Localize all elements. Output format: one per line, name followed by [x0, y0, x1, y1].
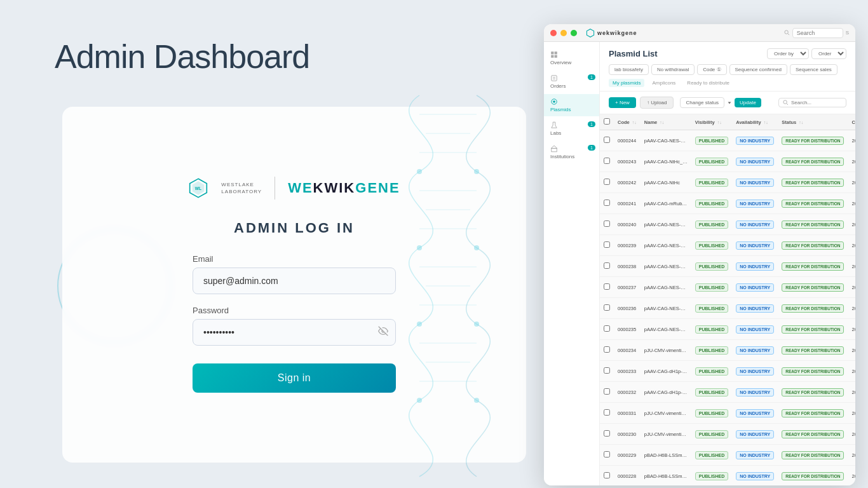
sidebar-item-plasmids[interactable]: Plasmids: [544, 94, 599, 116]
login-title: ADMIN LOG IN: [234, 220, 355, 236]
update-button[interactable]: Update: [735, 98, 761, 107]
filter-tab-withdrawal[interactable]: No withdrawal: [651, 64, 695, 75]
cell-date: 2023/02/23: [848, 319, 855, 340]
email-group: Email: [193, 254, 396, 294]
row-checkbox[interactable]: [604, 430, 610, 437]
titlebar-search-input[interactable]: [792, 28, 843, 38]
sidebar-orders-label: Orders: [550, 83, 566, 89]
cell-name: pAAV-CAG-NES-FSCAMY7: [641, 277, 691, 298]
row-checkbox[interactable]: [604, 346, 610, 353]
new-button[interactable]: + New: [609, 97, 636, 108]
row-checkbox[interactable]: [604, 179, 610, 185]
sub-filter-amplicons[interactable]: Amplicons: [648, 79, 679, 87]
sidebar-item-orders[interactable]: Orders 1: [544, 71, 599, 93]
titlebar-close-dot[interactable]: [550, 30, 557, 36]
row-checkbox[interactable]: [604, 137, 610, 143]
email-label: Email: [193, 254, 396, 264]
titlebar-minimize-dot[interactable]: [560, 30, 567, 36]
svg-line-40: [787, 104, 788, 105]
cell-availability: NO INDUSTRY: [732, 424, 778, 445]
row-checkbox[interactable]: [604, 241, 610, 248]
table-row: 0000331 pJU-CMV-vimentin-LSSmScarlet3 PU…: [600, 403, 855, 424]
sign-in-button[interactable]: Sign in: [193, 363, 396, 393]
cell-code: 0000229: [614, 445, 641, 466]
labs-badge: 1: [588, 121, 595, 127]
change-status-button[interactable]: Change status: [680, 97, 724, 108]
cell-name: pAAV-CAG-dH1p-LSSmScarlet2: [641, 382, 691, 403]
cell-date: 2023/02/23: [848, 340, 855, 361]
sidebar-item-labs[interactable]: Labs 1: [544, 118, 599, 140]
row-checkbox[interactable]: [604, 367, 610, 374]
upload-button[interactable]: ↑ Upload: [640, 97, 674, 109]
cell-name: pBAD-H6B-LSSmScarlet2: [641, 466, 691, 486]
westlake-label: WESTLAKELABORATORY: [221, 181, 262, 195]
row-checkbox[interactable]: [604, 409, 610, 416]
cell-availability: NO INDUSTRY: [732, 403, 778, 424]
order-select[interactable]: Order: [811, 48, 846, 59]
cell-date: 2023/02/23: [848, 298, 855, 319]
change-status-chevron: [727, 100, 732, 105]
cell-code: 0000233: [614, 361, 641, 382]
cell-code: 0000244: [614, 130, 641, 151]
cell-status: READY FOR DISTRIBUTION: [778, 151, 848, 172]
col-code[interactable]: Code ↑↓: [614, 114, 641, 130]
password-field[interactable]: [193, 319, 396, 346]
row-checkbox[interactable]: [604, 283, 610, 290]
svg-rect-36: [552, 148, 557, 151]
row-checkbox[interactable]: [604, 304, 610, 311]
order-by-select[interactable]: Order by: [767, 48, 809, 59]
sidebar-plasmids-label: Plasmids: [550, 107, 571, 112]
cell-date: 2023/02/23: [848, 256, 855, 277]
table-search-input[interactable]: [791, 100, 842, 105]
cell-visibility: PUBLISHED: [691, 172, 732, 193]
titlebar-brand: wekwikgene: [586, 29, 637, 37]
sub-filter-my-plasmids[interactable]: My plasmids: [609, 79, 644, 87]
cell-code: 0000234: [614, 340, 641, 361]
row-checkbox[interactable]: [604, 472, 610, 478]
content-header: Plasmid List Order by Order lab biosafet…: [600, 42, 855, 92]
cell-status: READY FOR DISTRIBUTION: [778, 403, 848, 424]
cell-availability: NO INDUSTRY: [732, 298, 778, 319]
row-checkbox[interactable]: [604, 200, 610, 206]
row-checkbox[interactable]: [604, 262, 610, 269]
sidebar-item-institutions[interactable]: Institutions 1: [544, 141, 599, 163]
email-field[interactable]: [193, 268, 396, 294]
col-name[interactable]: Name ↑↓: [641, 114, 691, 130]
cell-visibility: PUBLISHED: [691, 256, 732, 277]
logo-divider: [275, 177, 275, 200]
filter-tab-sales[interactable]: Sequence sales: [790, 64, 837, 75]
cell-status: READY FOR DISTRIBUTION: [778, 466, 848, 486]
row-checkbox[interactable]: [604, 388, 610, 395]
cell-availability: NO INDUSTRY: [732, 466, 778, 486]
select-all-checkbox[interactable]: [604, 118, 610, 125]
col-availability[interactable]: Availability ↑↓: [732, 114, 778, 130]
cell-status: READY FOR DISTRIBUTION: [778, 193, 848, 214]
cell-code: 0000241: [614, 193, 641, 214]
sidebar-item-overview[interactable]: Overview: [544, 47, 599, 69]
cell-visibility: PUBLISHED: [691, 382, 732, 403]
filter-tab-sequence[interactable]: Sequence confirmed: [729, 64, 787, 75]
row-checkbox[interactable]: [604, 325, 610, 332]
sub-filter-ready[interactable]: Ready to distribute: [683, 79, 733, 87]
password-group: Password: [193, 306, 396, 346]
row-checkbox[interactable]: [604, 451, 610, 458]
order-controls: Order by Order: [767, 48, 846, 59]
filter-tab-code[interactable]: Code ①: [697, 64, 726, 75]
sidebar-labs-label: Labs: [550, 130, 561, 136]
col-status[interactable]: Status ↑↓: [778, 114, 848, 130]
status-actions: Change status Update: [680, 97, 761, 108]
institutions-icon: [550, 145, 558, 152]
filter-tab-biosafety[interactable]: lab biosafety: [609, 64, 649, 75]
cell-code: 0000242: [614, 172, 641, 193]
cell-availability: NO INDUSTRY: [732, 319, 778, 340]
svg-marker-38: [728, 102, 731, 104]
row-checkbox[interactable]: [604, 220, 610, 227]
titlebar-maximize-dot[interactable]: [571, 30, 577, 36]
col-visibility[interactable]: Visibility ↑↓: [691, 114, 732, 130]
table-row: 0000230 pJU-CMV-vimentin-LSSmScarlet2 PU…: [600, 424, 855, 445]
cell-date: 2023/02/23: [848, 445, 855, 466]
col-date[interactable]: Creation date ↑↓: [848, 114, 855, 130]
row-checkbox[interactable]: [604, 158, 610, 164]
orders-badge: 1: [588, 74, 595, 80]
cell-visibility: PUBLISHED: [691, 361, 732, 382]
